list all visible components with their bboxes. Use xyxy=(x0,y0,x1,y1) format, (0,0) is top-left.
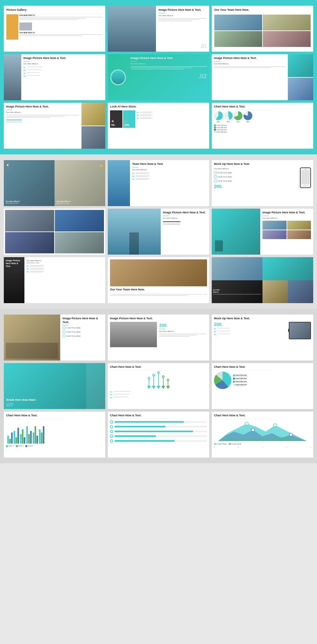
slide-23-title: Chart Here Now & Text. xyxy=(110,365,207,369)
slide-image-grid-dark[interactable]: Our HereWhat Is xyxy=(212,257,313,303)
slide-25-legend: Series 1 Series 2 Series 3 xyxy=(6,445,103,447)
slide-3-img-1 xyxy=(214,15,262,30)
slide-image-team[interactable]: Team Here Now & Text. Our Here What Is 0… xyxy=(108,160,209,206)
slide-image-center[interactable]: Image Picture Here Now & Text. 200. Our … xyxy=(108,315,209,361)
slide-tablet-mockup[interactable]: Mock Up Here Now & Text. 200. 01. 02. 03… xyxy=(212,315,313,361)
slide-14-lines xyxy=(163,221,207,225)
svg-point-5 xyxy=(251,428,255,432)
slide-19-title: Image Picture Here Now & Text. xyxy=(62,317,103,324)
slide-12-number: 200. xyxy=(214,184,298,189)
slide-3-img-4 xyxy=(263,31,311,47)
slide-donut-chart[interactable]: Chart Here Now & Text. 60% 45% xyxy=(212,103,313,149)
slide-crowd[interactable]: Our Your Team Here Now. xyxy=(108,257,209,303)
slide-1-caption-2: OUR HERE WHAT IS xyxy=(19,32,103,34)
slide-4-item-4: 04. xyxy=(23,75,103,77)
slide-8-img-2: 👍 200. xyxy=(123,110,135,128)
slide-image-sitting[interactable]: Image Picture Here Now & Text. Our Here … xyxy=(212,209,313,255)
svg-point-6 xyxy=(289,433,293,436)
row-6: Image Picture Here Now & Text. Our Here … xyxy=(4,257,313,303)
slide-13-grid xyxy=(4,209,105,255)
slide-20-number: 200. xyxy=(159,323,206,328)
slide-2-title: Image Picture Here Now & Text. xyxy=(158,8,207,12)
slide-9-title: Chart Here Now & Text. xyxy=(214,105,311,109)
slide-mountain-chart[interactable]: Chart Here Now & Text. xyxy=(212,412,313,458)
slide-team[interactable]: Our Your Team Here Now. xyxy=(212,6,313,52)
slide-pin-chart[interactable]: Chart Here Now & Text. xyxy=(108,363,209,409)
slide-20-subtitle: Our Here What Is xyxy=(159,330,206,333)
slide-15-image xyxy=(212,209,260,255)
slide-9-legend: Insert title here Insert title here Inse… xyxy=(214,124,227,133)
slide-7-line-1 xyxy=(6,120,22,120)
slide-11-item-3: 03. xyxy=(132,178,207,180)
slide-26-title: Chart Here Now & Text. xyxy=(110,414,207,418)
slide-4-item-2: 02. xyxy=(23,69,103,71)
slide-team-split[interactable]: 📢 Our Here What Is What We Do Here 👍 Our… xyxy=(4,160,105,206)
slide-8-stat-2: 200. xyxy=(124,123,134,127)
slide-pie-chart[interactable]: Chart Here Now & Text. Insert title here… xyxy=(212,363,313,409)
slide-4-image xyxy=(4,54,21,100)
slide-image-tall[interactable]: Image Picture Here Now & Text. Our Here … xyxy=(108,6,209,52)
row-4: 📢 Our Here What Is What We Do Here 👍 Our… xyxy=(4,160,313,206)
slide-23-pins xyxy=(110,372,207,389)
slide-mosaic[interactable] xyxy=(4,209,105,255)
slide-8-item-3: 03. xyxy=(137,117,207,119)
slide-5-subtitle: Our Here What Is xyxy=(131,62,207,65)
svg-point-3 xyxy=(245,422,248,425)
slide-picture-gallery[interactable]: Picture Gallery . OUR HERE WHAT IS OUR H… xyxy=(4,6,105,52)
slide-10-right: 👍 Our Here What Is What We Do Here xyxy=(55,160,105,206)
slide-12-feature-2: ○ YOUR TITLE HERE xyxy=(214,175,298,179)
row-8: Break Here Now Man! Our HereWhat Is Char… xyxy=(4,363,313,409)
slide-11-item-2: 02. xyxy=(132,175,207,177)
slide-image-left[interactable]: Image Picture Here Now & Text. Our Here … xyxy=(4,103,105,149)
slide-9-donut-2: 45% xyxy=(224,111,233,123)
slide-19-bullet-2: ○YOUR TITLE HERE xyxy=(62,330,103,334)
slide-1-img-1 xyxy=(6,14,18,40)
slide-10-sub-2: What We Do Here xyxy=(56,202,103,204)
slide-8-img-1: 📢 50. xyxy=(110,110,122,128)
slide-26-rows xyxy=(110,420,207,443)
slide-progress-chart[interactable]: Chart Here Now & Text. xyxy=(108,412,209,458)
slide-3-img-3 xyxy=(214,31,262,47)
slide-23-item-3: 03. xyxy=(110,397,207,399)
slide-image-right[interactable]: Image Picture Here Now & Text. Our Here … xyxy=(212,54,313,100)
slide-bar-chart[interactable]: Chart Here Now & Text. xyxy=(4,412,105,458)
slide-17-image xyxy=(110,259,207,286)
slide-15-subtitle: Our Here What Is xyxy=(262,217,311,219)
slide-15-title: Image Picture Here Now & Text. xyxy=(262,211,311,215)
slide-27-chart: Creator Design Creator Design A B C D E xyxy=(214,420,311,448)
slide-12-title: Mock Up Here Now & Text. xyxy=(214,162,311,166)
slide-3-title: Our Your Team Here Now. xyxy=(214,8,311,12)
slide-20-image xyxy=(110,322,157,347)
slide-teal-gradient[interactable]: Image Picture Here Now & Text. Our Here … xyxy=(108,54,209,100)
slide-19-bullet-3: ○YOUR TITLE HERE xyxy=(62,335,103,338)
row-9: Chart Here Now & Text. xyxy=(4,412,313,458)
slide-16-title: Image Picture Here Now & Text. xyxy=(6,259,23,268)
slide-2-number: .01 xyxy=(158,43,207,49)
slide-8-item-2: 02. xyxy=(137,114,207,116)
slide-6-subtitle: Our Here What Is xyxy=(214,62,286,65)
slide-store[interactable]: Look At Here Store. 📢 50. 👍 200. xyxy=(108,103,209,149)
row-3: Image Picture Here Now & Text. Our Here … xyxy=(4,103,313,149)
slide-12-feature-1: ○ YOUR TITLE HERE xyxy=(214,171,298,174)
slide-6-images xyxy=(288,54,313,100)
slide-18-left: Our HereWhat Is xyxy=(212,257,262,303)
slide-21-item-2: 02. xyxy=(214,331,288,333)
slide-24-title: Chart Here Now & Text. xyxy=(214,365,311,369)
slide-16-item-2: 02. xyxy=(27,268,103,270)
slide-14-subtitle: Our Here What Is xyxy=(163,217,207,219)
slide-dark-left[interactable]: Image Picture Here Now & Text. Our Here … xyxy=(4,257,105,303)
slide-image-large-left[interactable]: Image Picture Here Now & Text. ○YOUR TIT… xyxy=(4,315,105,361)
row-5: Image Picture Here Now & Text. Our Here … xyxy=(4,209,313,255)
slide-4-subtitle: Our Here What Is xyxy=(23,62,103,65)
slide-image-person[interactable]: Image Picture Here Now & Text. Our Here … xyxy=(108,209,209,255)
slide-2-image xyxy=(108,6,156,52)
slide-12-feature-3: ○ YOUR TITLE HERE xyxy=(214,179,298,183)
slide-7-title: Image Picture Here Now & Text. xyxy=(6,105,79,109)
section-3: Image Picture Here Now & Text. ○YOUR TIT… xyxy=(0,309,317,463)
slide-4-title: Image Picture Here Now & Text. xyxy=(23,56,103,60)
slide-phone-mockup[interactable]: Mock Up Here Now & Text. Our Here What I… xyxy=(212,160,313,206)
slide-teal-break[interactable]: Break Here Now Man! Our HereWhat Is xyxy=(4,363,105,409)
slide-image-list[interactable]: Image Picture Here Now & Text. Our Here … xyxy=(4,54,105,100)
slide-7-subtitle: Our Here What Is xyxy=(6,111,79,114)
slide-5-avatar xyxy=(110,69,126,85)
